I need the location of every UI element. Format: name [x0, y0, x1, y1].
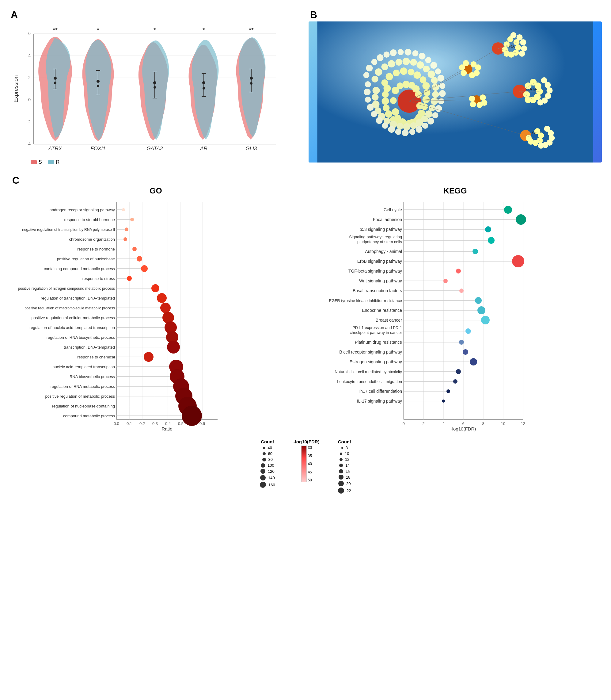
kegg-count-dot-18 [339, 475, 343, 480]
svg-point-125 [376, 117, 383, 124]
svg-point-52 [408, 69, 415, 75]
svg-point-139 [461, 70, 467, 76]
ar-sig: * [203, 27, 205, 33]
svg-point-108 [425, 57, 431, 63]
svg-text:regulation of RNA metabolic pr: regulation of RNA metabolic process [50, 384, 115, 389]
legend-r-label: R [56, 159, 60, 165]
go-count-dot-80 [262, 458, 266, 462]
go-chart: GO 0.0 0.1 0.2 0 [12, 186, 299, 433]
svg-point-243 [160, 303, 171, 313]
legend-s-label: S [39, 159, 42, 165]
go-count-dot-160 [260, 482, 266, 488]
svg-text:androgen receptor signaling pa: androgen receptor signaling pathway [50, 207, 115, 212]
go-count-item-140: 140 [260, 475, 275, 480]
kegg-dot-erbb [512, 255, 524, 267]
svg-text:p53 signaling pathway: p53 signaling pathway [359, 227, 402, 232]
kegg-count-label-22: 22 [346, 488, 351, 493]
svg-text:-containing compound metabolic: -containing compound metabolic process [43, 266, 115, 271]
svg-point-68 [382, 91, 389, 98]
svg-point-66 [383, 104, 390, 111]
svg-text:negative regulation of transcr: negative regulation of transcription by … [22, 228, 115, 232]
svg-point-99 [366, 65, 373, 71]
svg-point-145 [477, 102, 483, 108]
kegg-count-label-8: 8 [346, 446, 348, 450]
kegg-dot-p53 [485, 226, 491, 232]
svg-point-237 [151, 284, 159, 292]
kegg-dot-autophagy [473, 249, 478, 254]
svg-point-123 [388, 126, 395, 133]
kegg-count-item-8: 8 [341, 446, 348, 450]
svg-point-276 [182, 406, 202, 426]
go-count-item-40: 40 [263, 446, 272, 450]
svg-point-120 [409, 129, 416, 135]
svg-point-79 [428, 71, 435, 78]
svg-point-157 [517, 34, 523, 41]
svg-text:response to hormone: response to hormone [77, 247, 115, 251]
svg-point-156 [510, 32, 517, 38]
svg-point-128 [365, 97, 371, 103]
svg-point-27 [203, 87, 205, 89]
svg-point-258 [144, 352, 153, 362]
svg-text:10: 10 [501, 421, 505, 426]
svg-text:positive regulation of metabol: positive regulation of metabolic process [45, 394, 115, 398]
y-tick-0: 0 [28, 97, 31, 102]
svg-point-116 [432, 112, 438, 118]
go-count-label-100: 100 [268, 463, 274, 468]
kegg-count-label-18: 18 [346, 475, 350, 480]
svg-point-107 [419, 53, 426, 59]
kegg-dot-nk-cell [456, 369, 461, 374]
go-count-label-80: 80 [268, 457, 273, 462]
svg-point-219 [125, 228, 129, 231]
svg-point-98 [363, 72, 370, 78]
y-tick-2: 2 [28, 75, 31, 80]
svg-point-174 [537, 99, 543, 105]
svg-point-82 [432, 91, 439, 98]
svg-text:regulation of nucleic acid-tem: regulation of nucleic acid-templated tra… [29, 325, 115, 330]
svg-text:0.6: 0.6 [199, 421, 205, 426]
svg-point-73 [388, 60, 395, 68]
svg-point-136 [475, 64, 481, 71]
svg-point-186 [538, 143, 544, 149]
kegg-count-label-14: 14 [345, 463, 349, 468]
legend-r: R [48, 159, 60, 165]
go-color-legend: -log10(FDR) 30 35 40 45 50 [294, 439, 319, 494]
svg-text:compound metabolic process: compound metabolic process [63, 414, 115, 418]
go-count-dot-120 [260, 469, 265, 474]
svg-point-158 [520, 39, 526, 45]
svg-text:RNA biosynthetic process: RNA biosynthetic process [70, 374, 115, 379]
go-count-label-40: 40 [268, 446, 272, 450]
svg-text:0.2: 0.2 [139, 421, 145, 426]
svg-point-69 [384, 85, 391, 92]
svg-point-88 [410, 122, 417, 129]
svg-text:0.0: 0.0 [114, 421, 119, 426]
svg-point-234 [127, 276, 132, 281]
go-count-dot-40 [263, 447, 265, 449]
svg-text:Basal transcription factors: Basal transcription factors [353, 288, 402, 293]
svg-point-103 [390, 49, 397, 56]
gli3-name: GLI3 [246, 146, 257, 151]
svg-point-106 [413, 50, 419, 56]
foxi1-name: FOXI1 [90, 146, 105, 151]
kegg-count-item-22: 22 [338, 487, 351, 494]
svg-point-21 [153, 81, 156, 84]
svg-point-77 [417, 61, 424, 69]
foxi1-violin-r [85, 40, 111, 141]
foxi1-sig: * [97, 27, 99, 33]
go-count-item-160: 160 [260, 482, 275, 488]
panel-a-label: A [11, 9, 18, 20]
go-count-legend: Count 40 60 80 100 [260, 439, 275, 494]
svg-point-26 [202, 81, 205, 84]
violin-legend: S R [31, 159, 299, 165]
kegg-count-label-12: 12 [345, 457, 349, 462]
kegg-count-label-20: 20 [346, 481, 351, 486]
svg-text:0.3: 0.3 [152, 421, 158, 426]
go-title: GO [12, 186, 299, 195]
legend-s: S [31, 159, 42, 165]
kegg-count-dot-14 [339, 464, 343, 467]
svg-text:positive regulation of macromo: positive regulation of macromolecule met… [25, 306, 115, 310]
kegg-title: KEGG [312, 186, 599, 195]
svg-text:transcription, DNA-templated: transcription, DNA-templated [64, 345, 115, 350]
svg-point-160 [519, 50, 525, 57]
svg-point-122 [395, 129, 401, 135]
ar-name: AR [200, 146, 207, 151]
